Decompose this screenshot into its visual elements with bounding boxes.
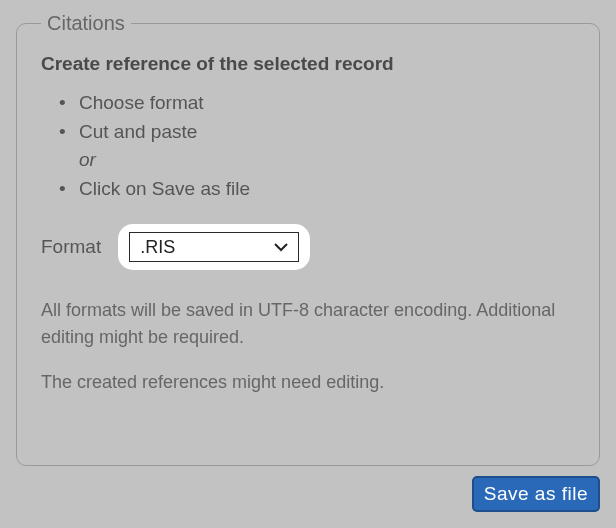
- editing-note: The created references might need editin…: [41, 369, 575, 396]
- format-label: Format: [41, 236, 101, 258]
- panel-heading: Create reference of the selected record: [41, 53, 575, 75]
- list-item: Cut and paste: [59, 118, 575, 147]
- panel-legend: Citations: [41, 12, 131, 35]
- format-select-wrap: .RIS: [119, 225, 309, 269]
- steps-list-cont: Click on Save as file: [59, 175, 575, 204]
- format-select-value: .RIS: [140, 237, 175, 258]
- list-item: Click on Save as file: [59, 175, 575, 204]
- chevron-down-icon: [274, 242, 288, 252]
- encoding-note: All formats will be saved in UTF-8 chara…: [41, 297, 575, 351]
- format-row: Format .RIS: [41, 225, 575, 269]
- save-as-file-button[interactable]: Save as file: [472, 476, 600, 512]
- list-item: Choose format: [59, 89, 575, 118]
- citations-panel: Citations Create reference of the select…: [16, 12, 600, 466]
- actions-row: Save as file: [472, 476, 600, 512]
- format-select[interactable]: .RIS: [129, 232, 299, 262]
- steps-list: Choose format Cut and paste: [59, 89, 575, 146]
- or-text: or: [79, 146, 575, 175]
